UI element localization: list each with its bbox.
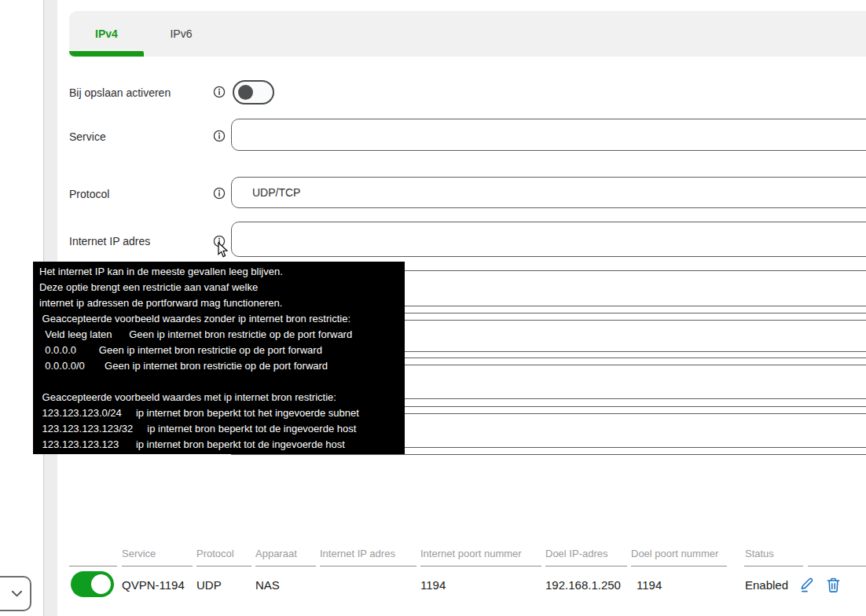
table-header-underline [545, 566, 627, 566]
table-header-underline [420, 566, 541, 566]
info-icon[interactable] [213, 130, 226, 142]
cell-service: QVPN-1194 [122, 578, 185, 592]
toggle-knob [91, 574, 111, 594]
tooltip-line: Geaccepteerde voorbeeld waardes zonder i… [39, 311, 405, 327]
col-header-apparaat: Apparaat [255, 548, 297, 559]
cell-doel-poort: 1194 [637, 578, 662, 592]
internet-ip-tooltip: Het internet IP kan in de meeste gevalle… [33, 262, 405, 454]
background-field-line [231, 454, 866, 455]
cell-status: Enabled [745, 578, 788, 592]
table-header-underline [122, 566, 193, 566]
tab-ipv4[interactable]: IPv4 [69, 11, 144, 57]
port-forward-page: IPv4 IPv6 Bij opslaan activeren Service … [0, 0, 866, 616]
table-header-underline [744, 566, 803, 566]
table-header-underline [631, 566, 727, 566]
toggle-knob [238, 85, 253, 100]
edit-icon[interactable] [798, 576, 816, 594]
tooltip-line: 123.123.123.0/24 ip internet bron beperk… [39, 405, 405, 421]
col-header-protocol: Protocol [196, 548, 234, 559]
tooltip-line: internet ip adressen de portforward mag … [39, 295, 405, 311]
chevron-down-icon [11, 590, 23, 598]
col-header-doel-poort: Doel poort nummer [631, 548, 718, 559]
table-header-underline [808, 566, 866, 566]
info-icon[interactable] [213, 86, 226, 98]
internet-ip-input[interactable] [231, 222, 866, 257]
service-label: Service [69, 130, 106, 143]
col-header-status: Status [745, 548, 774, 559]
page-size-select[interactable] [0, 576, 31, 611]
cell-doel-ip: 192.168.1.250 [545, 578, 621, 592]
service-input[interactable] [231, 119, 866, 151]
protocol-selected-value: UDP/TCP [252, 186, 300, 199]
cell-protocol: UDP [196, 578, 222, 592]
internet-ip-label: Internet IP adres [69, 235, 150, 248]
protocol-tabbar: IPv4 IPv6 [69, 11, 866, 57]
delete-icon[interactable] [824, 576, 842, 594]
col-header-service: Service [122, 548, 156, 559]
tooltip-line: 123.123.123.123 ip internet bron beperkt… [39, 437, 405, 453]
tooltip-line: Geaccepteerde voorbeeld waardes met ip i… [39, 390, 405, 405]
tooltip-line: 123.123.123.123/32 ip internet bron bepe… [39, 421, 405, 437]
cell-apparaat: NAS [255, 578, 280, 592]
activate-on-save-label: Bij opslaan activeren [69, 86, 171, 99]
col-header-internet-poort: Internet poort nummer [420, 548, 522, 559]
tooltip-line: Deze optie brengt een restrictie aan van… [39, 280, 405, 295]
table-header-underline [255, 566, 316, 566]
cell-internet-poort: 1194 [420, 578, 446, 592]
table-header-underline [69, 566, 117, 566]
active-tab-underline [69, 51, 144, 57]
tab-ipv6[interactable]: IPv6 [144, 11, 218, 57]
mouse-cursor [218, 242, 229, 258]
protocol-label: Protocol [69, 188, 109, 200]
tooltip-line: Veld leeg laten Geen ip internet bron re… [39, 327, 405, 343]
tooltip-line: 0.0.0.0 Geen ip internet bron restrictie… [39, 343, 405, 358]
col-header-doel-ip: Doel IP-adres [545, 548, 607, 559]
info-icon[interactable] [213, 187, 226, 200]
activate-on-save-toggle[interactable] [233, 80, 274, 104]
tooltip-line: Het internet IP kan in de meeste gevalle… [39, 264, 405, 280]
rule-enabled-toggle[interactable] [71, 571, 114, 597]
col-header-internet-ip: Internet IP adres [320, 548, 395, 559]
table-header-underline [196, 566, 251, 566]
table-header-underline [320, 566, 416, 566]
protocol-select[interactable]: UDP/TCP [231, 177, 866, 208]
tooltip-line: 0.0.0.0/0 Geen ip internet bron restrict… [39, 358, 405, 374]
tooltip-line [39, 374, 405, 390]
